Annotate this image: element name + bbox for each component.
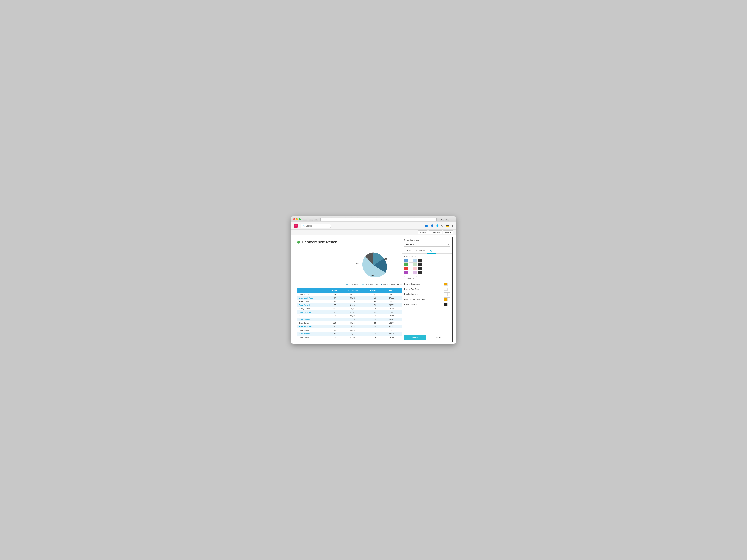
theme-row-red[interactable] [404, 267, 450, 270]
theme-section-title: Choose a theme [404, 256, 450, 258]
theme-row-blue[interactable] [404, 259, 450, 263]
share-button[interactable]: ⬆ [440, 218, 444, 221]
color-option-row: Alternate Row Background▼ [404, 297, 450, 301]
col-header-name [297, 288, 328, 293]
color-picker[interactable]: ▼ [444, 287, 450, 291]
datasource-select-wrapper[interactable]: Analytics ▼ [404, 242, 450, 246]
legend-color-mexico [346, 284, 348, 285]
submit-button[interactable]: Submit [404, 335, 427, 340]
main-content: Demographic Reach [291, 235, 456, 344]
toolbar: + 🔍 👥 👤 🌐 ⚙ 💳 ➔ [291, 222, 456, 230]
color-picker[interactable]: ▼ [444, 297, 450, 301]
table-cell: 54 [328, 314, 342, 318]
color-option-row: Row Background▼ [404, 292, 450, 296]
pie-label-102: 102 [372, 251, 375, 253]
wallet-icon[interactable]: 💳 [446, 224, 449, 228]
forward-icon: › [310, 218, 311, 220]
table-cell: 23,456 [384, 293, 398, 296]
table-cell: 14,144 [384, 321, 398, 325]
table-cell: 31,167 [342, 318, 364, 321]
close-button[interactable] [293, 218, 295, 220]
swatch-blue-2 [409, 259, 413, 263]
search-box[interactable]: 🔍 [301, 224, 331, 228]
table-cell: 31,167 [342, 303, 364, 307]
table-cell: Brand_Mexico [297, 293, 328, 296]
legend-label-mexico: Brand_Mexico [349, 284, 359, 285]
chart-legend: Brand_Mexico Brand_SouthAfrica Brand_Aus… [337, 284, 410, 285]
color-option-label: Alternate Row Background [404, 298, 426, 300]
pie-chart: 102 223 119 180 [354, 248, 393, 283]
tab-style[interactable]: Style [427, 248, 436, 254]
datasource-select[interactable]: Analytics [404, 242, 450, 246]
panel-footer: Submit Cancel [402, 332, 453, 342]
sidebar-icon: ▣ [315, 218, 317, 220]
table-cell: 14,144 [384, 336, 398, 339]
table-cell: 2.54 [364, 336, 384, 339]
table-cell: 14,144 [384, 307, 398, 311]
contacts-icon[interactable]: 👥 [425, 224, 428, 228]
swatch-red-1 [404, 267, 409, 270]
account-icon[interactable]: 👤 [431, 224, 434, 228]
legend-label-south-africa: Brand_SouthAfrica [364, 284, 378, 285]
tab-basic[interactable]: Basic [404, 248, 414, 254]
pie-label-223: 223 [384, 258, 387, 260]
pie-chart-svg [354, 248, 393, 283]
add-button[interactable]: + [294, 224, 298, 228]
table-cell: 77 [328, 332, 342, 336]
browser-actions: ⬆ ⧉ [440, 218, 449, 221]
table-cell: 27,720 [384, 296, 398, 300]
tab-advanced[interactable]: Advanced [414, 248, 427, 254]
table-cell: Brand_South Africa [297, 296, 328, 300]
col-header-reach: Reach [384, 288, 398, 293]
color-swatch [444, 303, 447, 306]
search-input[interactable] [306, 225, 327, 227]
swatch-purple-1 [404, 271, 409, 274]
table-cell: 23,824 [384, 303, 398, 307]
color-picker[interactable]: ▼ [444, 292, 450, 296]
theme-row-green[interactable] [404, 263, 450, 266]
color-option-row: Header Background▼ [404, 282, 450, 286]
table-cell: Brand_South Africa [297, 311, 328, 314]
table-cell: Brand_South Africa [297, 325, 328, 328]
table-cell: 1.31 [364, 303, 384, 307]
settings-icon[interactable]: ⚙ [441, 224, 443, 228]
theme-row-purple[interactable] [404, 271, 450, 274]
page-title: Demographic Reach [302, 240, 337, 244]
minimize-button[interactable] [296, 218, 298, 220]
legend-label-australia: Brand_Australia [383, 284, 395, 285]
more-button[interactable]: More ▼ [443, 231, 453, 234]
signout-icon[interactable]: ➔ [451, 224, 453, 228]
table-cell: 2.54 [364, 321, 384, 325]
panel-header: Select data source Analytics ▼ [402, 237, 453, 248]
datasource-label: Select data source [404, 239, 450, 241]
custom-button[interactable]: Custom [404, 276, 417, 280]
status-dot [297, 241, 300, 244]
new-tab-button[interactable]: + [450, 218, 454, 221]
color-swatch [444, 298, 447, 301]
send-icon: ✉ [419, 231, 421, 233]
color-option-label: Row Font Color [404, 303, 417, 305]
color-picker[interactable]: ▼ [444, 282, 450, 286]
send-button[interactable]: ✉ Send [418, 231, 428, 234]
cancel-button[interactable]: Cancel [428, 335, 450, 340]
table-cell: 127 [328, 321, 342, 325]
swatch-red-3 [413, 267, 417, 270]
url-bar[interactable] [320, 218, 437, 221]
sidebar-toggle-button[interactable]: ▣ [314, 218, 318, 221]
back-button[interactable]: ‹ [303, 218, 307, 221]
table-cell: 127 [328, 336, 342, 339]
side-panel: Select data source Analytics ▼ Basic Adv… [402, 237, 453, 342]
table-cell: Brand_Sweden [297, 336, 328, 339]
maximize-button[interactable] [299, 218, 301, 220]
table-cell: 31,167 [342, 332, 364, 336]
table-cell: 1.32 [364, 328, 384, 332]
back-icon: ‹ [305, 218, 306, 220]
table-cell: 17,944 [384, 314, 398, 318]
table-cell: 1.32 [364, 314, 384, 318]
duplicate-button[interactable]: ⧉ [445, 218, 449, 221]
download-button[interactable]: ⇓ Download [428, 231, 442, 234]
color-picker[interactable]: ▼ [444, 302, 450, 306]
pie-label-180: 180 [371, 275, 374, 276]
globe-icon[interactable]: 🌐 [436, 224, 439, 228]
forward-button[interactable]: › [309, 218, 313, 221]
